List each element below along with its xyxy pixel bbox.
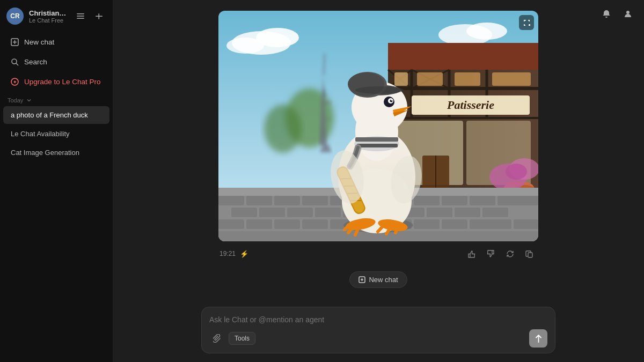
svg-rect-59: [274, 196, 300, 205]
svg-rect-58: [246, 196, 272, 205]
new-chat-row: New chat: [349, 266, 407, 297]
svg-rect-76: [455, 208, 480, 217]
svg-rect-88: [514, 219, 538, 229]
expand-image-button[interactable]: [519, 15, 534, 30]
svg-rect-0: [77, 13, 84, 14]
sidebar: CR Christian Rowlands Le Chat Free: [0, 0, 113, 362]
svg-point-54: [506, 164, 527, 180]
copy-button[interactable]: [521, 246, 537, 262]
svg-rect-27: [320, 102, 331, 104]
svg-rect-80: [274, 219, 300, 229]
today-section: Today: [0, 92, 113, 106]
svg-point-104: [355, 86, 404, 94]
input-area: Tools: [113, 307, 644, 362]
svg-rect-25: [320, 149, 331, 152]
svg-rect-64: [414, 196, 440, 205]
svg-point-8: [12, 59, 17, 64]
svg-marker-29: [388, 43, 538, 70]
svg-rect-77: [482, 208, 508, 217]
input-box: Tools: [201, 307, 555, 353]
svg-text:Patisserie: Patisserie: [447, 98, 494, 112]
svg-rect-49: [435, 156, 436, 193]
new-chat-pill-button[interactable]: New chat: [349, 271, 407, 288]
input-left-actions: Tools: [209, 330, 255, 346]
svg-rect-87: [470, 219, 511, 229]
svg-point-18: [466, 23, 507, 40]
svg-rect-57: [218, 196, 244, 205]
svg-rect-1: [77, 16, 84, 17]
user-name: Christian Rowlands: [29, 9, 68, 17]
new-chat-icon-button[interactable]: [91, 9, 106, 24]
generated-image: Patisserie: [218, 11, 538, 241]
avatar: CR: [6, 8, 24, 25]
svg-rect-75: [427, 208, 452, 217]
svg-rect-85: [414, 219, 440, 229]
svg-rect-28: [321, 118, 330, 120]
topbar: [590, 0, 644, 28]
flash-icon: ⚡: [240, 250, 248, 258]
svg-rect-43: [492, 72, 531, 86]
input-toolbar: Tools: [209, 329, 547, 348]
thumbs-down-button[interactable]: [482, 246, 499, 262]
svg-point-20: [264, 105, 302, 153]
tools-button[interactable]: Tools: [229, 332, 255, 345]
svg-rect-78: [218, 219, 244, 229]
svg-rect-71: [315, 208, 341, 217]
message-time: 19:21 ⚡: [219, 250, 248, 258]
svg-rect-65: [442, 196, 467, 205]
svg-rect-4: [96, 16, 103, 17]
svg-rect-2: [77, 18, 84, 19]
svg-rect-60: [302, 196, 328, 205]
new-chat-button[interactable]: New chat: [3, 33, 109, 51]
message-container: Patisserie: [191, 11, 566, 297]
main-content: Patisserie: [113, 0, 644, 362]
chat-area: Patisserie: [113, 0, 644, 307]
svg-rect-40: [394, 72, 408, 86]
search-label: Search: [24, 58, 47, 66]
sidebar-item-le-chat-availability[interactable]: Le Chat Availability: [3, 125, 109, 143]
sidebar-item-french-duck[interactable]: a photo of a French duck: [3, 106, 109, 124]
search-button[interactable]: Search: [3, 53, 109, 71]
upgrade-label: Upgrade to Le Chat Pro: [24, 78, 101, 86]
send-button[interactable]: [529, 329, 547, 348]
svg-line-9: [16, 63, 18, 65]
svg-rect-124: [528, 253, 532, 257]
svg-rect-106: [355, 137, 398, 142]
svg-rect-24: [322, 145, 330, 149]
message-actions: [463, 246, 537, 262]
upgrade-button[interactable]: ✦ Upgrade to Le Chat Pro: [3, 72, 109, 91]
regenerate-button[interactable]: [502, 246, 518, 262]
expand-sidebar-button[interactable]: [73, 9, 88, 24]
svg-point-12: [626, 11, 630, 14]
svg-rect-86: [442, 219, 467, 229]
svg-rect-81: [302, 219, 328, 229]
user-plan: Le Chat Free: [29, 17, 68, 24]
svg-rect-42: [455, 72, 480, 86]
svg-rect-68: [231, 208, 257, 217]
svg-rect-69: [259, 208, 285, 217]
sidebar-header: CR Christian Rowlands Le Chat Free: [0, 0, 113, 32]
svg-rect-79: [246, 219, 272, 229]
new-chat-pill-label: New chat: [369, 276, 398, 284]
svg-rect-107: [357, 144, 398, 147]
new-chat-label: New chat: [24, 38, 54, 46]
svg-point-16: [226, 38, 264, 54]
profile-button[interactable]: [619, 5, 636, 23]
header-icons: [73, 9, 106, 24]
message-meta: 19:21 ⚡: [218, 241, 538, 266]
chat-input[interactable]: [209, 315, 547, 324]
thumbs-up-button[interactable]: [463, 246, 479, 262]
svg-text:✦: ✦: [13, 79, 17, 85]
svg-rect-70: [287, 208, 313, 217]
svg-rect-66: [470, 196, 495, 205]
attach-button[interactable]: [209, 330, 225, 346]
notifications-button[interactable]: [598, 5, 615, 23]
sidebar-item-cat-image-generation[interactable]: Cat Image Generation: [3, 144, 109, 161]
svg-point-100: [391, 99, 393, 101]
time-label: 19:21: [219, 250, 236, 257]
svg-rect-67: [497, 196, 538, 205]
user-info: Christian Rowlands Le Chat Free: [29, 9, 68, 24]
svg-rect-41: [417, 72, 443, 86]
